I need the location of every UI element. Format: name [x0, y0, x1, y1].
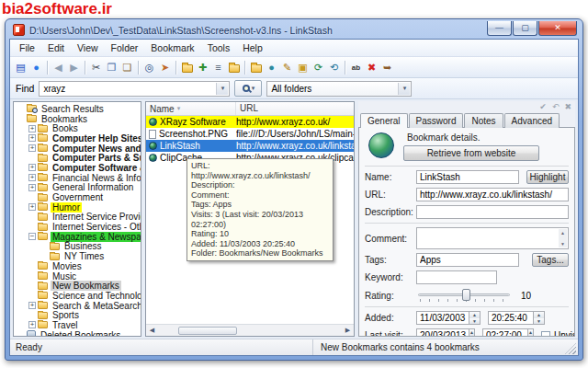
expander-icon[interactable]: +: [28, 203, 36, 211]
close-button[interactable]: ✕: [538, 21, 577, 36]
expander-icon[interactable]: +: [28, 174, 36, 181]
added-date-spinner[interactable]: ▲▼: [469, 311, 481, 325]
edit-pen-icon[interactable]: ✎: [279, 59, 295, 75]
tab-advanced[interactable]: Advanced: [504, 113, 560, 128]
column-header-name[interactable]: Name▾: [146, 102, 236, 115]
chevron-down-icon[interactable]: ▾: [216, 83, 228, 95]
search-button[interactable]: ▾: [234, 80, 262, 97]
add-bookmark-icon[interactable]: ✚: [195, 59, 210, 75]
last-visit-date-field[interactable]: [416, 328, 469, 337]
rating-slider[interactable]: [418, 288, 510, 303]
apply-check-icon[interactable]: ✔: [539, 102, 547, 112]
tree-item-bookmarks[interactable]: Bookmarks: [16, 114, 141, 124]
folder-options-icon[interactable]: [226, 59, 242, 75]
import-folder-icon[interactable]: [248, 59, 264, 75]
copy-icon[interactable]: ❐: [104, 59, 119, 75]
save-icon[interactable]: ▤: [13, 59, 28, 75]
find-input[interactable]: xrayz ▾: [39, 81, 230, 97]
refresh-globe-icon[interactable]: ⟳: [311, 59, 326, 75]
titlebar[interactable]: D:\Users\John\Dev\_TestData\LinkStash\Sc…: [9, 19, 579, 39]
expander-icon[interactable]: +: [28, 302, 36, 309]
tree-item-internet-services-other[interactable]: Internet Services - Other: [16, 222, 141, 232]
tree-item-movies[interactable]: Movies: [16, 261, 141, 271]
sort-list-icon[interactable]: ≡: [210, 59, 226, 75]
revert-globe-icon[interactable]: ⟲: [326, 59, 342, 75]
tab-notes[interactable]: Notes: [464, 113, 503, 128]
menu-view[interactable]: View: [72, 40, 104, 55]
last-visit-time-field[interactable]: [482, 328, 528, 337]
tree-item-new-bookmarks[interactable]: New Bookmarks: [16, 281, 141, 291]
list-row-xrayz[interactable]: XRayz Software http://www.xrayz.co.uk/: [146, 116, 354, 128]
menu-file[interactable]: File: [14, 40, 40, 55]
tree-item-music[interactable]: Music: [16, 271, 141, 282]
expander-icon[interactable]: +: [28, 321, 36, 328]
url-field[interactable]: [416, 188, 569, 201]
tree-item-ny-times[interactable]: NY Times: [16, 251, 141, 261]
resize-grip[interactable]: [565, 343, 576, 354]
tags-field[interactable]: [416, 253, 519, 267]
tab-password[interactable]: Password: [409, 113, 464, 128]
chevron-down-icon[interactable]: ▾: [398, 83, 410, 95]
paste-icon[interactable]: ❏: [119, 59, 135, 75]
description-field[interactable]: [416, 205, 569, 219]
tree-item-humor[interactable]: +Humor: [16, 202, 141, 213]
undo-icon[interactable]: ↶: [552, 102, 560, 112]
added-time-spinner[interactable]: ▲▼: [534, 311, 545, 325]
export-package-icon[interactable]: ▣: [295, 59, 311, 75]
delete-icon[interactable]: ✖: [364, 59, 379, 75]
highlight-button[interactable]: Highlight: [526, 170, 569, 184]
expander-icon[interactable]: +: [28, 164, 36, 171]
expander-icon[interactable]: +: [28, 125, 36, 132]
menu-edit[interactable]: Edit: [42, 40, 70, 55]
column-header-url[interactable]: URL: [236, 102, 354, 115]
tree-item-computer-software[interactable]: +Computer Software & Freeware: [16, 163, 141, 173]
pin-icon[interactable]: ➤: [157, 59, 173, 75]
last-visit-date-spinner[interactable]: ▲▼: [469, 328, 475, 337]
horizontal-scrollbar[interactable]: ◀ ▶: [146, 324, 354, 336]
close-pane-icon[interactable]: ✖: [564, 102, 571, 112]
tree-item-computer-help-sites[interactable]: +Computer Help Sites: [16, 133, 141, 144]
tags-button[interactable]: Tags...: [532, 253, 569, 267]
exit-icon[interactable]: ➥: [379, 59, 395, 75]
expander-icon[interactable]: +: [28, 134, 36, 142]
validate-names-icon[interactable]: ab: [348, 59, 364, 75]
added-date-field[interactable]: [416, 311, 469, 325]
menu-folder[interactable]: Folder: [106, 40, 144, 55]
tree-item-sports[interactable]: Sports: [16, 310, 141, 320]
scroll-left-icon[interactable]: ◀: [146, 327, 158, 334]
maximize-button[interactable]: ▢: [513, 21, 537, 36]
tree-item-business[interactable]: Business: [16, 242, 141, 252]
forward-icon[interactable]: ▶: [66, 59, 82, 75]
folder-scope-select[interactable]: All folders ▾: [266, 81, 412, 97]
browser-globe-icon[interactable]: ●: [264, 59, 279, 75]
added-time-field[interactable]: [488, 311, 534, 325]
expander-icon[interactable]: +: [28, 144, 36, 152]
unvisited-checkbox[interactable]: [541, 331, 550, 338]
tree-item-travel[interactable]: +Travel: [16, 320, 141, 330]
expander-icon[interactable]: +: [28, 184, 36, 191]
cut-icon[interactable]: ✂: [88, 59, 104, 75]
menu-bookmark[interactable]: Bookmark: [145, 40, 199, 55]
list-row-screenshot[interactable]: Screenshot.PNG file:///D:/Users/John/LS/…: [146, 128, 354, 140]
tree-item-government[interactable]: Government: [16, 192, 141, 202]
comment-field[interactable]: ▲▼: [416, 227, 569, 249]
slider-thumb[interactable]: [462, 289, 470, 301]
menu-help[interactable]: Help: [237, 40, 268, 55]
comment-scrollbar[interactable]: ▲▼: [559, 229, 567, 247]
new-folder-icon[interactable]: [179, 59, 195, 75]
tree-item-general-information[interactable]: +General Information: [16, 183, 141, 193]
tree-item-computer-news[interactable]: +Computer News and Information: [16, 144, 141, 154]
minimize-button[interactable]: —: [487, 21, 512, 36]
keyword-field[interactable]: [416, 270, 497, 284]
last-visit-time-spinner[interactable]: ▲▼: [528, 328, 534, 337]
tree-item-search-metasearch[interactable]: +Search & MetaSearch: [16, 301, 141, 311]
expander-icon[interactable]: −: [28, 233, 36, 240]
tree-item-deleted-bookmarks[interactable]: Deleted Bookmarks: [16, 330, 141, 337]
tree-item-science-technology[interactable]: Science and Technology: [16, 291, 141, 301]
menu-tools[interactable]: Tools: [202, 40, 236, 55]
tree-item-computer-parts[interactable]: Computer Parts & Supplies: [16, 153, 141, 163]
find-icon[interactable]: ◎: [141, 59, 157, 75]
tree-item-search-results[interactable]: Search Results: [16, 104, 141, 114]
tree-item-magazines[interactable]: −Magazines & Newspapers online: [16, 232, 141, 242]
scroll-right-icon[interactable]: ▶: [342, 327, 354, 334]
